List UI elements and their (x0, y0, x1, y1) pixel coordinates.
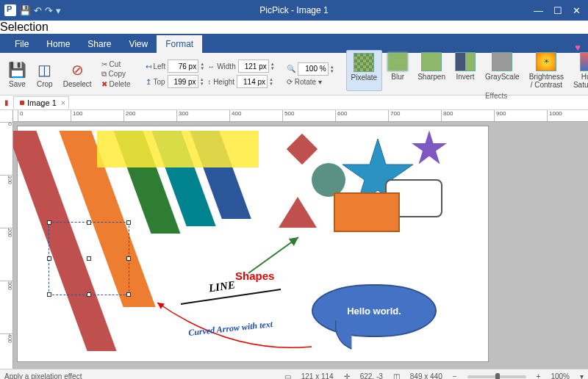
width-input[interactable] (238, 59, 269, 73)
app-logo-icon (4, 4, 16, 16)
window-title: PicPick - Image 1 (259, 5, 328, 15)
blur-button[interactable]: Blur (383, 50, 412, 91)
delete-icon: ✖ (101, 80, 107, 88)
horizontal-ruler: 010020030040050060070080090010001100 (13, 110, 588, 122)
cut-icon: ✂ (101, 60, 107, 68)
shapes-text-label: Shapes (235, 270, 274, 282)
hue-icon (580, 52, 588, 71)
copy-button[interactable]: ⧉Copy (101, 70, 131, 79)
hue-saturation-button[interactable]: Hue / Saturation (569, 50, 588, 91)
qat-dropdown-icon[interactable]: ▾ (56, 5, 61, 16)
zoom-out-button[interactable]: − (453, 372, 457, 379)
selection-size: 121 x 114 (301, 372, 334, 379)
speech-text: Hello world. (347, 306, 401, 317)
zoom-in-button[interactable]: + (537, 372, 541, 379)
grayscale-icon (492, 52, 512, 71)
status-bar: Apply a pixelation effect ▭121 x 114 ✛62… (0, 369, 588, 379)
zoom-spinner[interactable]: ▲▼ (330, 65, 334, 73)
zoom-dropdown-icon[interactable]: ▾ (580, 372, 584, 379)
rotate-button[interactable]: ⟳Rotate▾ (287, 78, 334, 86)
zoom-percent: 100% (551, 372, 570, 379)
zoom-icon: 🔍 (287, 65, 295, 73)
width-icon: ↔ (207, 62, 215, 71)
unsaved-indicator-icon (20, 101, 24, 105)
tab-marker-icon: ▮ (4, 98, 9, 107)
save-button[interactable]: 💾Save (4, 58, 30, 90)
brightness-icon: ☀ (536, 52, 556, 71)
top-spinner[interactable]: ▲▼ (200, 77, 204, 86)
cursor-pos-icon: ✛ (344, 372, 350, 379)
effects-group-label: Effects (485, 92, 507, 100)
close-tab-icon[interactable]: × (61, 99, 65, 107)
copy-icon: ⧉ (101, 70, 107, 79)
canvas-scroll[interactable]: Shapes LINE Curved Arrow with text Hello… (13, 122, 588, 369)
rotate-icon: ⟳ (287, 78, 293, 86)
clipboard-group: ✂Cut ⧉Copy ✖Delete (98, 59, 134, 90)
tab-file[interactable]: File (6, 35, 37, 53)
height-spinner[interactable]: ▲▼ (269, 77, 273, 86)
pixelate-button[interactable]: Pixelate (346, 50, 383, 91)
tab-share[interactable]: Share (79, 35, 120, 53)
delete-button[interactable]: ✖Delete (101, 80, 131, 88)
svg-line-2 (248, 237, 298, 273)
sharpen-button[interactable]: Sharpen (413, 50, 450, 91)
left-icon: ↤ (146, 62, 151, 71)
invert-icon (455, 52, 476, 71)
svg-marker-1 (412, 131, 447, 165)
tab-home[interactable]: Home (37, 35, 79, 53)
contextual-group-label: Selection (0, 21, 588, 34)
shape-triangle[interactable] (279, 197, 317, 228)
grayscale-button[interactable]: GrayScale (481, 50, 524, 91)
canvas-size-icon: ◫ (393, 372, 400, 379)
blur-icon (387, 52, 408, 71)
left-spinner[interactable]: ▲▼ (200, 62, 204, 71)
save-qat-icon[interactable]: 💾 (19, 5, 31, 16)
canvas[interactable]: Shapes LINE Curved Arrow with text Hello… (18, 126, 488, 361)
ribbon: 💾Save ◫Crop ⊘Deselect ✂Cut ⧉Copy ✖Delete… (0, 53, 588, 95)
size-group: ↔Width▲▼ ↕Height▲▼ (207, 59, 275, 88)
shape-rectangle-yellow[interactable] (97, 131, 259, 167)
width-spinner[interactable]: ▲▼ (270, 62, 275, 71)
brightness-contrast-button[interactable]: ☀Brightness / Contrast (525, 50, 568, 91)
selection-size-icon: ▭ (284, 372, 291, 379)
redo-icon[interactable]: ↷ (45, 5, 53, 16)
canvas-size: 849 x 440 (410, 372, 442, 379)
deselect-button[interactable]: ⊘Deselect (60, 58, 96, 90)
minimize-button[interactable]: — (534, 5, 543, 16)
top-icon: ↥ (146, 78, 151, 86)
rotate-dropdown-icon[interactable]: ▾ (318, 78, 322, 86)
undo-icon[interactable]: ↶ (34, 5, 42, 16)
effects-group: Pixelate Blur Sharpen Invert GrayScale ☀… (346, 50, 588, 91)
tab-format[interactable]: Format (157, 35, 202, 53)
document-tab[interactable]: Image 1 × (13, 96, 69, 109)
top-input[interactable] (168, 75, 198, 88)
sharpen-icon (421, 52, 442, 71)
close-button[interactable]: ✕ (573, 5, 581, 16)
tab-view[interactable]: View (120, 35, 157, 53)
work-area: 010020030040050060070080090010001100 010… (0, 110, 588, 369)
status-hint: Apply a pixelation effect (4, 372, 82, 379)
pixelate-icon (354, 53, 374, 72)
invert-button[interactable]: Invert (451, 50, 480, 91)
vertical-ruler: 0100200300400500 (0, 110, 13, 369)
speech-bubble[interactable]: Hello world. (312, 284, 437, 337)
height-input[interactable] (237, 75, 268, 88)
cursor-position: 622, -3 (360, 372, 383, 379)
crop-button[interactable]: ◫Crop (33, 58, 57, 90)
quick-access-toolbar: 💾 ↶ ↷ ▾ (0, 4, 61, 16)
maximize-button[interactable]: ☐ (553, 5, 562, 16)
cut-button[interactable]: ✂Cut (101, 60, 131, 68)
shape-star-purple[interactable] (411, 129, 448, 166)
left-input[interactable] (168, 59, 198, 73)
zoom-slider[interactable] (467, 375, 526, 378)
shape-diamond[interactable] (287, 134, 318, 165)
shape-rectangle-orange[interactable] (334, 192, 400, 232)
position-group: ↤Left▲▼ ↥Top▲▼ (146, 59, 205, 88)
zoom-input[interactable] (298, 62, 329, 76)
title-bar: 💾 ↶ ↷ ▾ PicPick - Image 1 — ☐ ✕ (0, 0, 588, 21)
selection-rectangle[interactable] (49, 222, 129, 295)
height-icon: ↕ (207, 78, 211, 86)
document-tab-label: Image 1 (27, 98, 57, 107)
